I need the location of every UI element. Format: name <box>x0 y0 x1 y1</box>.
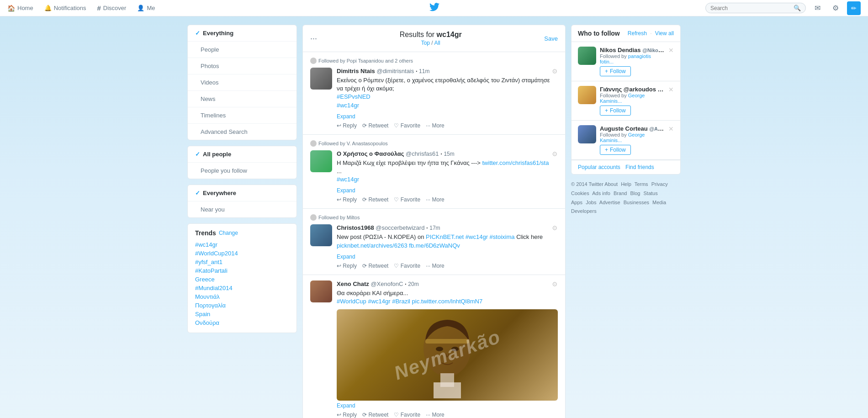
more-icon-1[interactable]: ··· More <box>426 196 445 203</box>
settings-button[interactable] <box>829 1 842 15</box>
follow-button-0[interactable]: + Follow <box>600 66 631 76</box>
filter-everything[interactable]: Everything <box>188 25 296 42</box>
footer-brand[interactable]: Brand <box>614 190 627 196</box>
footer-jobs[interactable]: Jobs <box>586 200 596 205</box>
mail-button[interactable] <box>810 1 824 15</box>
tweet-hashtag3-3[interactable]: #Brazil <box>392 298 410 305</box>
more-icon-2[interactable]: ··· More <box>426 263 445 269</box>
footer-cookies[interactable]: Cookies <box>571 190 589 196</box>
tweet-image-container-3[interactable]: Neymarkão <box>337 309 558 401</box>
compose-button[interactable] <box>847 1 861 15</box>
popular-accounts-link[interactable]: Popular accounts <box>578 164 620 170</box>
trend-item-1[interactable]: #WorldCup2014 <box>195 249 289 258</box>
filter-advanced-search[interactable]: Advanced Search <box>188 124 296 140</box>
trend-item-8[interactable]: Spain <box>195 310 289 318</box>
retweet-icon-1[interactable]: ⟳ Retweet <box>362 196 388 203</box>
footer-blog[interactable]: Blog <box>630 190 640 196</box>
trend-item-9[interactable]: Ονδούρα <box>195 318 289 327</box>
tweet-hashtag2-2[interactable]: #stoixima <box>490 233 515 240</box>
footer-businesses[interactable]: Businesses <box>624 200 649 205</box>
tweet-hashtag2-3[interactable]: #wc14gr <box>368 298 390 305</box>
filter-people[interactable]: People <box>188 42 296 58</box>
nav-home[interactable]: Home <box>7 5 33 12</box>
tweet-gear-2[interactable]: ⚙ <box>552 224 558 232</box>
author-name-2[interactable]: Christos1968 <box>337 224 374 231</box>
filter-videos[interactable]: Videos <box>188 74 296 91</box>
wtf-close-2[interactable]: ✕ <box>668 125 674 132</box>
filter-timelines[interactable]: Timelines <box>188 107 296 124</box>
tweet-gear-1[interactable]: ⚙ <box>552 150 558 158</box>
favorite-icon-1[interactable]: ♡ Favorite <box>394 196 420 203</box>
reply-icon-3[interactable]: ↩ Reply <box>337 412 357 418</box>
nav-notifications[interactable]: Notifications <box>44 5 86 11</box>
trend-item-7[interactable]: Πορτογαλία <box>195 301 289 310</box>
wtf-close-0[interactable]: ✕ <box>668 47 674 54</box>
trend-item-2[interactable]: #yfsf_ant1 <box>195 258 289 266</box>
footer-ads-info[interactable]: Ads info <box>592 190 610 196</box>
retweet-icon-2[interactable]: ⟳ Retweet <box>362 263 388 269</box>
tweet-hashtag2-0[interactable]: #wc14gr <box>337 102 359 109</box>
footer-privacy[interactable]: Privacy <box>651 181 668 187</box>
footer-advertise[interactable]: Advertise <box>599 200 620 205</box>
author-name-3[interactable]: Xeno Chatz <box>337 280 369 287</box>
footer-help[interactable]: Help <box>621 181 631 187</box>
more-options-button[interactable]: ··· <box>310 34 317 43</box>
more-icon-3[interactable]: ··· More <box>426 412 445 418</box>
favorite-icon-0[interactable]: ♡ Favorite <box>394 122 420 129</box>
trends-change-link[interactable]: Change <box>219 230 238 236</box>
filter-people-you-follow[interactable]: People you follow <box>188 163 296 179</box>
tweet-expand-1[interactable]: Expand <box>337 187 355 194</box>
trend-item-5[interactable]: #Mundial2014 <box>195 284 289 292</box>
reply-icon-1[interactable]: ↩ Reply <box>337 196 357 203</box>
filter-everywhere[interactable]: Everywhere <box>188 185 296 201</box>
save-button[interactable]: Save <box>544 35 558 42</box>
trend-item-4[interactable]: Greece <box>195 275 289 284</box>
search-icon[interactable]: 🔍 <box>794 5 801 11</box>
tweet-link1-2[interactable]: PICKnBET.net <box>426 233 464 240</box>
search-box[interactable]: 🔍 <box>705 3 806 13</box>
wtf-refresh-link[interactable]: Refresh <box>628 30 647 37</box>
wtf-name-0[interactable]: Nikos Dendias @NikosDendi... <box>600 47 665 53</box>
tweet-hashtag-1[interactable]: #wc14gr <box>337 176 359 183</box>
trend-item-0[interactable]: #wc14gr <box>195 240 289 249</box>
tweet-hashtag1-3[interactable]: #WorldCup <box>337 298 366 305</box>
tweet-link-1[interactable]: twitter.com/chrisfas61/sta <box>482 159 549 166</box>
wtf-name-1[interactable]: Γιάννης @arkoudos @arkou... <box>600 86 665 93</box>
tweet-link2-2[interactable]: picknbet.net/archives/6263 <box>337 242 408 249</box>
wtf-view-all-link[interactable]: View all <box>655 30 674 37</box>
tweet-link3-2[interactable]: fb.me/6D6zWaNQv <box>409 242 460 249</box>
tweet-hashtag1-0[interactable]: #ESPvsNED <box>337 93 370 100</box>
trend-item-6[interactable]: Μουντιάλ <box>195 292 289 301</box>
retweet-icon-3[interactable]: ⟳ Retweet <box>362 412 388 418</box>
favorite-icon-2[interactable]: ♡ Favorite <box>394 263 420 269</box>
author-name-0[interactable]: Dimitris Ntais <box>337 68 375 74</box>
feed-all-link[interactable]: All <box>434 40 440 46</box>
tweet-expand-3[interactable]: Expand <box>337 402 355 409</box>
filter-all-people[interactable]: All people <box>188 146 296 163</box>
search-input[interactable] <box>710 5 794 11</box>
tweet-gear-3[interactable]: ⚙ <box>552 280 558 288</box>
tweet-expand-2[interactable]: Expand <box>337 254 355 260</box>
follow-button-2[interactable]: + Follow <box>600 145 631 155</box>
footer-media[interactable]: Media <box>652 200 666 205</box>
footer-developers[interactable]: Developers <box>571 208 597 214</box>
tweet-gear-0[interactable]: ⚙ <box>552 68 558 75</box>
reply-icon-2[interactable]: ↩ Reply <box>337 263 357 269</box>
footer-apps[interactable]: Apps <box>571 200 582 205</box>
nav-discover[interactable]: Discover <box>97 4 127 12</box>
footer-terms[interactable]: Terms <box>635 181 648 187</box>
tweet-link-3[interactable]: pic.twitter.com/lnhtQl8mN7 <box>412 298 483 305</box>
find-friends-link[interactable]: Find friends <box>625 164 654 170</box>
filter-photos[interactable]: Photos <box>188 58 296 74</box>
nav-me[interactable]: Me <box>137 5 155 11</box>
reply-icon-0[interactable]: ↩ Reply <box>337 122 357 129</box>
trend-item-3[interactable]: #KatoPartali <box>195 266 289 275</box>
tweet-expand-0[interactable]: Expand <box>337 113 355 120</box>
filter-news[interactable]: News <box>188 91 296 107</box>
footer-status[interactable]: Status <box>644 190 658 196</box>
feed-top-link[interactable]: Top <box>421 40 430 46</box>
follow-button-1[interactable]: + Follow <box>600 106 631 116</box>
favorite-icon-3[interactable]: ♡ Favorite <box>394 412 420 418</box>
footer-about[interactable]: About <box>604 181 618 187</box>
tweet-hashtag1-2[interactable]: #wc14gr <box>466 233 488 240</box>
